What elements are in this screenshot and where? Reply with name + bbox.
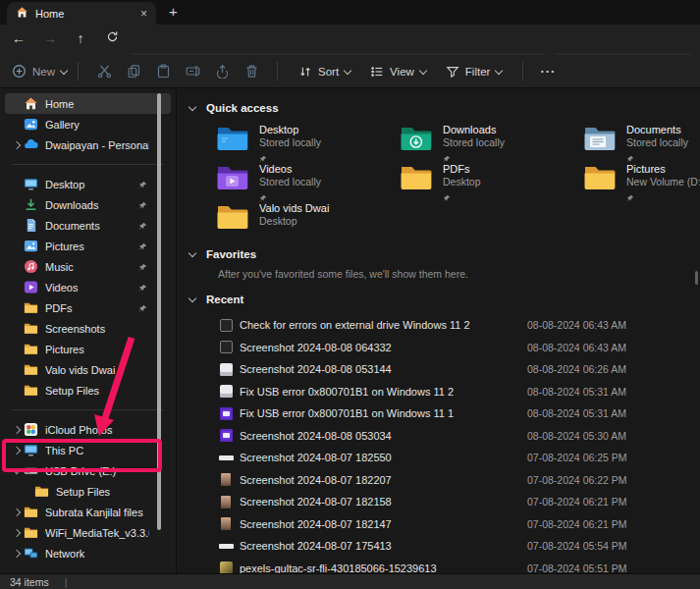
new-button[interactable]: New [12, 64, 67, 79]
cut-icon [97, 64, 112, 79]
tab-home[interactable]: Home × [7, 2, 156, 25]
tile-documents[interactable]: Documents Stored locally [583, 124, 700, 163]
sidebar-item-screenshots[interactable]: Screenshots [5, 318, 171, 339]
recent-files-list: Check for errors on external drive Windo… [177, 314, 700, 573]
this-pc-monitor-icon [24, 443, 38, 457]
expand-chevron-icon[interactable] [10, 427, 23, 433]
view-list-icon [370, 65, 384, 79]
filter-menu[interactable]: Filter [446, 65, 503, 79]
tile-pdfs[interactable]: PDFs Desktop [400, 163, 583, 202]
file-thumbnail-icon [218, 562, 234, 573]
main-content: Quick access Desktop Stored locally Down… [177, 89, 700, 573]
expand-chevron-icon[interactable] [10, 142, 23, 148]
view-menu[interactable]: View [370, 65, 426, 79]
recent-file-row[interactable]: Screenshot 2024-08-07 18220707-08-2024 0… [177, 469, 700, 492]
recent-file-row[interactable]: Screenshot 2024-08-07 18214707-08-2024 0… [177, 513, 700, 536]
sidebar-item-setup-files[interactable]: Setup Files [5, 380, 171, 401]
rename-icon [186, 64, 200, 79]
sidebar: Home Gallery Dwaipayan - Personal Deskto… [0, 89, 176, 573]
sidebar-item-valo-vids-dwai[interactable]: Valo vids Dwai [5, 359, 171, 380]
expand-chevron-icon[interactable] [10, 551, 23, 557]
recent-file-row[interactable]: Screenshot 2024-08-08 05314408-08-2024 0… [177, 358, 700, 381]
usb-drive-icon [24, 463, 38, 478]
file-thumbnail-icon [218, 319, 234, 332]
recent-file-row[interactable]: Screenshot 2024-08-07 17541307-08-2024 0… [177, 535, 700, 558]
paste-button[interactable] [148, 64, 178, 79]
sidebar-item-icloud-photos[interactable]: iCloud Photos [5, 419, 171, 440]
pin-icon [138, 262, 147, 274]
folder-icon [24, 300, 38, 315]
sidebar-item-subrata-kanjilal-files[interactable]: Subrata Kanjilal files [5, 502, 171, 522]
sidebar-item-wifi-mediatek[interactable]: WiFi_MediaTek_v3.3.0.350 [5, 522, 171, 543]
rename-button[interactable] [178, 64, 207, 79]
new-tab-button[interactable]: + [169, 3, 178, 20]
file-thumbnail-icon [218, 429, 234, 442]
recent-file-row[interactable]: Screenshot 2024-08-08 06433208-08-2024 0… [177, 337, 700, 359]
sidebar-item-home[interactable]: Home [5, 93, 171, 114]
tile-desktop[interactable]: Desktop Stored locally [216, 124, 400, 163]
sidebar-item-pictures[interactable]: Pictures [5, 236, 171, 256]
sidebar-item-setup-files-usb[interactable]: Setup Files [5, 481, 171, 502]
sidebar-item-this-pc[interactable]: This PC [5, 440, 171, 460]
forward-button[interactable]: → [39, 30, 61, 46]
content-scrollbar[interactable] [695, 271, 698, 285]
yellow-folder-icon [216, 203, 248, 230]
back-button[interactable]: ← [8, 30, 29, 46]
share-button[interactable] [207, 64, 237, 79]
tile-name: PDFs [443, 163, 481, 176]
filter-funnel-icon [446, 65, 459, 79]
expand-chevron-icon[interactable] [10, 509, 23, 515]
recent-file-row[interactable]: Fix USB error 0x800701B1 on Windows 11 2… [177, 381, 700, 403]
up-button[interactable]: ↑ [70, 30, 91, 46]
recent-file-row[interactable]: Check for errors on external drive Windo… [177, 314, 700, 337]
expand-chevron-icon[interactable] [10, 530, 23, 536]
cut-button[interactable] [89, 64, 119, 79]
tab-title: Home [35, 8, 140, 20]
sidebar-item-pictures-folder[interactable]: Pictures [5, 339, 171, 359]
pin-icon [138, 283, 147, 294]
section-header-quick-access[interactable]: Quick access [177, 97, 700, 119]
section-title: Recent [206, 294, 243, 305]
recent-file-row[interactable]: Fix USB error 0x800701B1 on Windows 11 1… [177, 402, 700, 425]
desktop-monitor-icon [24, 177, 38, 191]
section-collapse-icon[interactable] [188, 294, 196, 302]
tile-downloads[interactable]: Downloads Stored locally [400, 124, 583, 163]
recent-file-row[interactable]: Screenshot 2024-08-07 18215807-08-2024 0… [177, 491, 700, 513]
delete-button[interactable] [237, 64, 266, 79]
sidebar-item-documents[interactable]: Documents [5, 215, 171, 236]
file-thumbnail-icon [218, 455, 234, 460]
sidebar-item-usb-drive[interactable]: USB Drive (E:) [5, 460, 171, 481]
sidebar-item-pdfs[interactable]: PDFs [5, 297, 171, 318]
tile-videos[interactable]: Videos Stored locally [216, 163, 400, 202]
tab-close-icon[interactable]: × [140, 8, 147, 20]
recent-file-row[interactable]: pexels-gultac-sr-fli-430185066-152396130… [177, 558, 700, 574]
delete-icon [244, 64, 259, 79]
section-collapse-icon[interactable] [188, 103, 196, 111]
file-thumbnail-icon [218, 363, 234, 376]
collapse-chevron-icon[interactable] [10, 469, 23, 473]
sidebar-item-videos[interactable]: Videos [5, 277, 171, 297]
sidebar-item-network[interactable]: Network [5, 543, 171, 563]
recent-file-row[interactable]: Screenshot 2024-08-08 05303408-08-2024 0… [177, 425, 700, 448]
section-header-recent[interactable]: Recent [177, 289, 700, 310]
tile-valo-vids-dwai[interactable]: Valo vids Dwai Desktop [216, 202, 400, 241]
expand-chevron-icon[interactable] [10, 448, 23, 454]
sidebar-item-downloads[interactable]: Downloads [5, 194, 171, 215]
section-collapse-icon[interactable] [188, 249, 196, 257]
sidebar-item-gallery[interactable]: Gallery [5, 114, 171, 134]
sidebar-scrollbar[interactable] [157, 93, 161, 530]
sort-menu[interactable]: Sort [298, 65, 350, 79]
copy-button[interactable] [119, 64, 148, 79]
section-header-favorites[interactable]: Favorites [177, 243, 700, 265]
statusbar-divider: | [65, 576, 68, 588]
documents-folder-icon [583, 125, 616, 151]
sidebar-item-onedrive-personal[interactable]: Dwaipayan - Personal [5, 134, 171, 155]
more-options-button[interactable]: ··· [540, 64, 556, 79]
navigation-bar: ← → ↑ Home [0, 25, 700, 55]
sidebar-item-music[interactable]: Music [5, 256, 171, 277]
sidebar-item-desktop[interactable]: Desktop [5, 174, 171, 194]
tile-pictures[interactable]: Pictures New Volume (D:) [583, 163, 700, 202]
tile-name: Desktop [259, 124, 321, 136]
recent-file-row[interactable]: Screenshot 2024-08-07 18255007-08-2024 0… [177, 447, 700, 469]
refresh-button[interactable] [101, 30, 123, 46]
